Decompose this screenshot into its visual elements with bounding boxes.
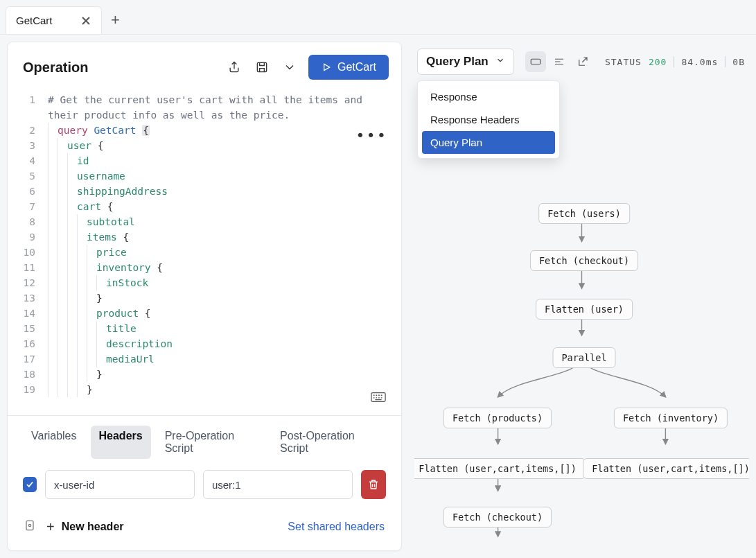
- tab-variables[interactable]: Variables: [23, 426, 85, 459]
- secret-icon[interactable]: [23, 518, 37, 535]
- menu-query-plan[interactable]: Query Plan: [422, 131, 555, 154]
- tab-pre-script[interactable]: Pre-Operation Script: [157, 426, 266, 459]
- header-key-input[interactable]: [45, 470, 195, 499]
- operation-title: Operation: [23, 60, 88, 76]
- view-dropdown-menu: Response Response Headers Query Plan: [417, 80, 560, 159]
- plan-node[interactable]: Fetch (users): [538, 203, 630, 224]
- plan-node[interactable]: Parallel: [552, 347, 615, 368]
- share-icon[interactable]: [225, 58, 243, 76]
- view-text-button[interactable]: [549, 51, 570, 72]
- tab-getcart[interactable]: GetCart: [6, 6, 102, 34]
- latency: 84.0ms: [681, 57, 718, 67]
- response-size: 0B: [732, 57, 745, 67]
- response-panel: Query Plan STATUS 200 84.0ms: [414, 42, 749, 551]
- chevron-down-icon: [495, 55, 505, 69]
- svg-rect-4: [531, 59, 540, 64]
- run-label: GetCart: [337, 61, 376, 73]
- operation-panel: Operation GetCart ••• 1: [7, 42, 402, 551]
- status-label: STATUS: [605, 57, 642, 67]
- new-header-button[interactable]: + New header: [46, 519, 124, 535]
- plan-node[interactable]: Fetch (checkout): [530, 250, 638, 271]
- plan-node[interactable]: Flatten (user,cart,items,[]): [583, 458, 749, 479]
- plan-node[interactable]: Flatten (user,cart,items,[]): [414, 458, 586, 479]
- chevron-down-icon[interactable]: [281, 58, 299, 76]
- code-editor[interactable]: ••• 1 # Get the current user's cart with…: [8, 87, 401, 415]
- header-value-input[interactable]: [203, 470, 353, 499]
- view-diagram-button[interactable]: [525, 51, 546, 72]
- plus-icon: +: [46, 519, 55, 535]
- menu-response[interactable]: Response: [422, 85, 555, 108]
- header-enabled-checkbox[interactable]: [23, 477, 37, 492]
- new-tab-button[interactable]: +: [102, 6, 130, 34]
- bottom-tabs: Variables Headers Pre-Operation Script P…: [8, 415, 401, 459]
- view-dropdown[interactable]: Query Plan: [417, 49, 514, 75]
- play-icon: [321, 62, 332, 73]
- svg-rect-0: [257, 62, 266, 71]
- status-bar: STATUS 200 84.0ms 0B: [605, 56, 745, 67]
- svg-rect-2: [26, 521, 33, 530]
- plus-icon: +: [111, 11, 120, 29]
- plan-node[interactable]: Fetch (products): [443, 408, 552, 428]
- tab-bar: GetCart +: [0, 0, 756, 35]
- delete-header-button[interactable]: [361, 470, 386, 499]
- plan-node[interactable]: Flatten (user): [536, 299, 633, 320]
- save-icon[interactable]: [253, 58, 271, 76]
- keyboard-icon[interactable]: [371, 392, 386, 407]
- menu-response-headers[interactable]: Response Headers: [422, 108, 555, 131]
- run-button[interactable]: GetCart: [308, 55, 389, 80]
- headers-row: [8, 459, 401, 505]
- open-external-icon[interactable]: [572, 51, 593, 72]
- svg-rect-1: [371, 393, 385, 402]
- plan-node[interactable]: Fetch (inventory): [614, 408, 728, 428]
- svg-point-3: [28, 524, 30, 526]
- tab-label: GetCart: [16, 15, 53, 26]
- plan-node[interactable]: Fetch (checkout): [443, 507, 552, 528]
- dropdown-label: Query Plan: [426, 55, 489, 69]
- close-icon[interactable]: [80, 15, 91, 26]
- set-shared-headers-link[interactable]: Set shared headers: [288, 521, 385, 533]
- status-code: 200: [649, 57, 667, 67]
- trash-icon: [367, 478, 380, 491]
- tab-post-script[interactable]: Post-Operation Script: [272, 426, 386, 459]
- new-header-label: New header: [62, 521, 124, 533]
- tab-headers[interactable]: Headers: [91, 426, 151, 459]
